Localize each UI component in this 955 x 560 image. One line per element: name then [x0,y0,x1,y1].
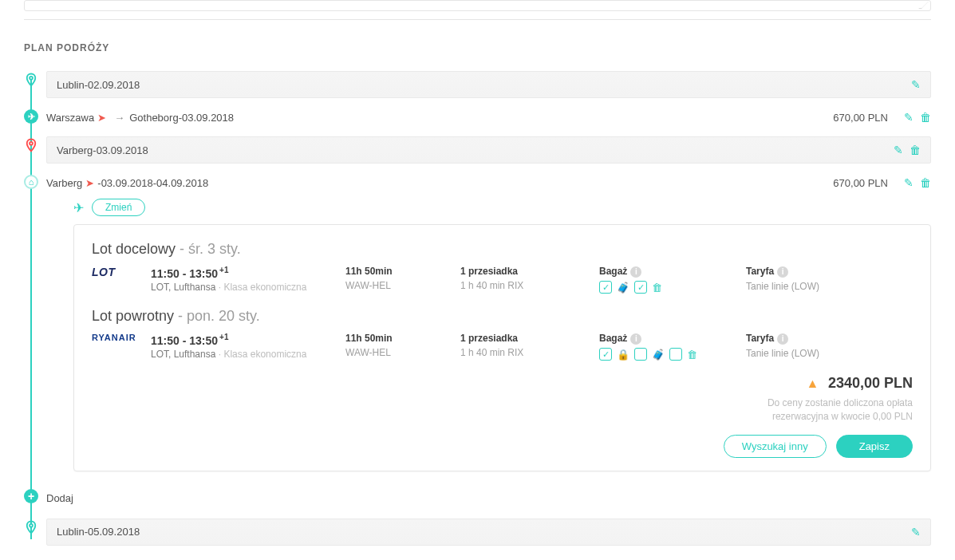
leg-title-sub: - pon. 20 sty. [174,308,260,324]
warning-icon: ▲ [806,377,819,390]
itinerary-step: Varberg - 03.09.2018 ✎ 🗑 [46,136,931,164]
tariff-value: Tanie linie (LOW) [746,348,913,359]
checked-bag-icon: 🗑 [652,282,662,294]
baggage-label: Bagażi [599,266,735,278]
flight-details-card: Lot docelowy - śr. 3 sty. LOT 11:50 - 13… [73,224,931,471]
baggage-options: 🧳 🗑 [599,281,735,294]
duration: 11h 50min [345,266,449,277]
outbound-grid: LOT 11:50 - 13:50+1 LOT, Lufthansa · Kla… [92,266,913,294]
flight-times: 11:50 - 13:50+1 [151,266,334,280]
dot-sep: · [215,349,223,360]
step-row: Varberg - 03.09.2018 ✎ 🗑 [46,136,931,164]
svg-point-1 [30,142,33,145]
return-title: Lot powrotny - pon. 20 sty. [92,308,913,325]
airline-logo: RYANAIR [92,333,140,342]
step-city: Varberg [57,144,93,156]
notes-textarea[interactable] [24,0,931,11]
step-row: Lublin - 05.09.2018 ✎ [46,519,931,546]
carrier-line: LOT, Lufthansa · Klasa ekonomiczna [151,282,334,293]
section-title: PLAN PODRÓŻY [24,42,931,53]
stops-detail: 1 h 40 min RIX [460,280,588,291]
leg-title-sub: - śr. 3 sty. [176,241,241,257]
total-price-row: ▲ 2340,00 PLN [92,375,913,392]
segment-price: 670,00 PLN [833,112,888,124]
baggage-label-text: Bagaż [599,333,627,344]
medium-bag-icon: 🧳 [652,349,665,361]
cabin-bag-icon: 🧳 [617,282,629,294]
duration: 11h 50min [345,333,449,344]
step-date-to: 04.09.2018 [156,177,208,189]
destination-city: Gotheborg [129,112,178,124]
svg-point-2 [30,523,33,526]
info-icon[interactable]: i [777,266,788,278]
checked-bag-checkbox[interactable] [634,281,647,294]
arrow-icon: → [114,112,124,124]
step-date: 03.09.2018 [182,112,234,124]
change-button[interactable]: Zmień [92,199,145,216]
time-carrier-cell: 11:50 - 13:50+1 LOT, Lufthansa · Klasa e… [151,266,334,293]
edit-icon[interactable]: ✎ [911,78,921,91]
search-other-button[interactable]: Wyszukaj inny [724,435,827,458]
save-button[interactable]: Zapisz [836,435,913,458]
add-icon[interactable]: + [24,489,38,503]
edit-icon[interactable]: ✎ [911,526,921,538]
stops-detail: 1 h 40 min RIX [460,347,588,358]
cabin-bag-checkbox[interactable] [599,281,612,294]
dot-sep: · [215,282,223,293]
step-date: 05.09.2018 [88,526,140,538]
cabin-bag-checkbox[interactable] [599,348,612,361]
plane-step-icon: ✈ [24,109,38,124]
step-row: Lublin - 02.09.2018 ✎ [46,71,931,98]
info-icon[interactable]: i [630,333,641,345]
add-label: Dodaj [46,492,73,504]
edit-icon[interactable]: ✎ [904,111,914,124]
time-dash: - [180,334,189,347]
time-plus-day: +1 [219,266,228,274]
send-icon: ➤ [85,177,94,189]
route: WAW-HEL [345,280,449,291]
duration-cell: 11h 50min WAW-HEL [345,266,449,291]
stops-label: 1 przesiadka [460,266,588,277]
time-from: 11:50 [151,334,180,347]
time-dash: - [180,267,189,280]
price-summary: ▲ 2340,00 PLN Do ceny zostanie doliczona… [92,375,913,424]
edit-icon[interactable]: ✎ [894,144,903,156]
segment-price: 670,00 PLN [833,177,888,189]
route: WAW-HEL [345,347,449,358]
baggage-cell: Bagażi 🔒 🧳 🗑 [599,333,735,361]
itinerary-timeline: Lublin - 02.09.2018 ✎ ✈ Warszawa ➤ → Got… [24,71,931,546]
divider [24,19,931,20]
itinerary-step: ✈ Warszawa ➤ → Gotheborg - 03.09.2018 67… [46,108,931,127]
plane-icon: ✈ [73,200,84,215]
trash-icon[interactable]: 🗑 [910,144,921,156]
time-to: 13:50 [189,334,218,347]
step-date-from: 03.09.2018 [101,177,153,189]
tariff-label: Taryfai [746,266,913,278]
time-to: 13:50 [189,267,218,280]
carrier-line: LOT, Lufthansa · Klasa ekonomiczna [151,349,334,360]
step-row: Varberg ➤ - 03.09.2018 - 04.09.2018 670,… [46,173,931,192]
fee-note-line1: Do ceny zostanie doliczona opłata [768,397,913,408]
fee-note: Do ceny zostanie doliczona opłata rezerw… [92,396,913,424]
step-date: 03.09.2018 [97,144,148,156]
cabin-bag-icon: 🔒 [617,349,629,361]
info-icon[interactable]: i [630,266,641,278]
tariff-cell: Taryfai Tanie linie (LOW) [746,333,913,359]
edit-icon[interactable]: ✎ [904,176,914,189]
hotel-step-icon: ⌂ [24,175,38,189]
stops-cell: 1 przesiadka 1 h 40 min RIX [460,333,588,358]
itinerary-step: Lublin - 05.09.2018 ✎ [46,519,931,546]
trash-icon[interactable]: 🗑 [920,176,931,189]
add-row[interactable]: Dodaj [46,487,931,509]
tariff-label-text: Taryfa [746,266,774,277]
checked-bag-checkbox[interactable] [669,348,682,361]
pin-icon [24,73,38,87]
info-icon[interactable]: i [777,333,788,345]
itinerary-step: ⌂ Varberg ➤ - 03.09.2018 - 04.09.2018 67… [46,173,931,471]
baggage-label: Bagażi [599,333,735,345]
time-plus-day: +1 [219,333,228,341]
pin-icon [24,520,38,534]
leg-title-main: Lot docelowy [92,241,176,257]
medium-bag-checkbox[interactable] [634,348,647,361]
trash-icon[interactable]: 🗑 [920,111,931,124]
